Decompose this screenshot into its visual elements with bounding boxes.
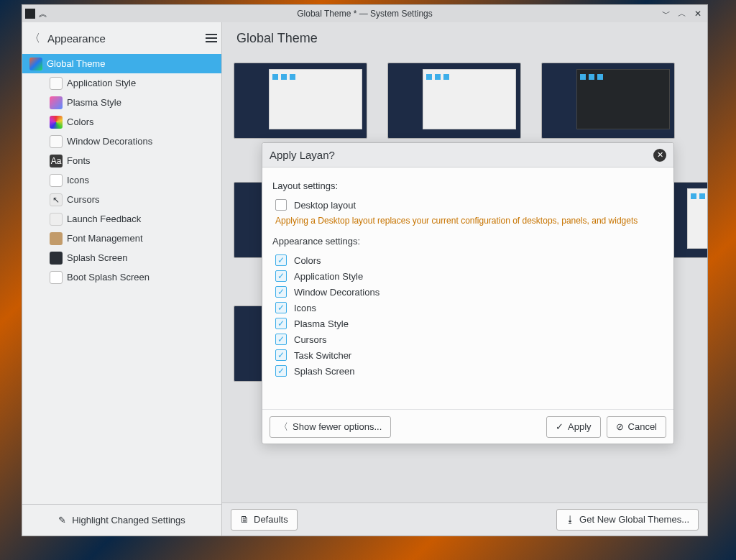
sidebar-item-label: Application Style [67,78,136,88]
desktop-layout-label: Desktop layout [294,200,356,211]
sidebar-item-label: Plasma Style [67,97,121,108]
sidebar-item-window-decorations[interactable]: Window Decorations [22,132,221,151]
theme-grid [234,63,696,139]
appearance-checkbox[interactable]: ✓ [275,365,287,377]
appearance-checkbox[interactable]: ✓ [275,302,287,313]
plasma-style-icon [50,96,63,109]
cursors-icon: ↖ [50,193,63,206]
layout-warning: Applying a Desktop layout replaces your … [275,216,663,226]
sidebar-item-label: Colors [67,116,94,127]
check-icon: ✓ [556,421,564,432]
show-fewer-label: Show fewer options... [293,421,382,432]
appearance-row: ✓Task Switcher [272,347,663,363]
appearance-label: Plasma Style [294,318,349,329]
close-window-button[interactable]: ✕ [693,9,703,19]
chevron-left-icon: 〈 [279,421,288,433]
appearance-checkbox[interactable]: ✓ [275,318,287,329]
sidebar-header: 〈 Appearance [22,22,221,54]
splash-screen-icon [50,252,63,265]
hamburger-menu[interactable] [206,34,217,42]
defaults-label: Defaults [254,514,288,525]
appearance-label: Cursors [294,334,327,345]
appearance-list: ✓Colors✓Application Style✓Window Decorat… [272,252,663,379]
appearance-label: Window Decorations [294,287,380,298]
appearance-label: Colors [294,255,321,266]
apply-label: Apply [568,421,592,432]
sidebar-item-label: Fonts [67,155,91,166]
main-footer: 🗎 Defaults ⭳ Get New Global Themes... [222,502,707,536]
theme-thumbnail[interactable] [387,63,521,139]
application-style-icon [50,77,63,90]
sidebar-item-global-theme[interactable]: Global Theme [22,54,221,73]
get-new-themes-button[interactable]: ⭳ Get New Global Themes... [556,509,699,531]
keep-above-icon[interactable]: ︽ [38,9,48,19]
appearance-row: ✓Splash Screen [272,363,663,379]
icons-icon [50,174,63,187]
window-decorations-icon [50,135,63,148]
launch-feedback-icon [50,213,63,226]
appearance-checkbox[interactable]: ✓ [275,334,287,345]
apply-button[interactable]: ✓ Apply [546,416,601,438]
appearance-label: Application Style [294,271,363,282]
titlebar: ︽ Global Theme * — System Settings ﹀ ︿ ✕ [22,5,707,22]
download-icon: ⭳ [566,514,575,525]
back-icon[interactable]: 〈 [29,32,40,45]
highlight-icon: ✎ [58,515,66,525]
sidebar-item-label: Boot Splash Screen [67,272,150,283]
sidebar-item-boot-splash[interactable]: Boot Splash Screen [22,267,221,287]
sidebar-item-icons[interactable]: Icons [22,170,221,190]
sidebar-item-colors[interactable]: Colors [22,112,221,132]
highlight-changed-button[interactable]: ✎ Highlight Changed Settings [22,504,221,536]
boot-splash-icon [50,271,63,284]
sidebar-item-splash-screen[interactable]: Splash Screen [22,248,221,267]
appearance-row: ✓Icons [272,300,663,316]
desktop-layout-row: Desktop layout [272,197,663,213]
show-fewer-button[interactable]: 〈 Show fewer options... [270,416,391,438]
sidebar-item-font-management[interactable]: Font Management [22,229,221,248]
font-management-icon [50,232,63,245]
defaults-button[interactable]: 🗎 Defaults [231,509,298,531]
sidebar-item-fonts[interactable]: Aa Fonts [22,151,221,170]
cancel-button[interactable]: ⊘ Cancel [607,416,666,438]
theme-thumbnail[interactable] [234,63,367,139]
appearance-row: ✓Plasma Style [272,316,663,331]
maximize-button[interactable]: ︿ [677,9,687,19]
desktop-layout-checkbox[interactable] [275,199,287,211]
window-title: Global Theme * — System Settings [22,9,707,19]
sidebar-item-label: Launch Feedback [67,214,141,224]
cancel-label: Cancel [628,421,657,432]
sidebar-item-label: Global Theme [47,58,105,69]
theme-thumbnail[interactable] [541,63,675,139]
appearance-label: Splash Screen [294,366,355,377]
cancel-icon: ⊘ [616,421,624,432]
minimize-button[interactable]: ﹀ [661,9,671,19]
colors-icon [50,116,63,129]
page-title: Global Theme [222,22,707,54]
sidebar-item-cursors[interactable]: ↖ Cursors [22,190,221,209]
sidebar-item-label: Icons [67,175,89,185]
appearance-row: ✓Application Style [272,268,663,284]
nav-list: Global Theme Application Style Plasma St… [22,54,221,287]
dialog-body: Layout settings: Desktop layout Applying… [262,167,673,409]
appearance-checkbox[interactable]: ✓ [275,349,287,361]
appearance-label: Task Switcher [294,350,351,361]
defaults-icon: 🗎 [240,514,249,525]
appearance-checkbox[interactable]: ✓ [275,254,287,266]
appearance-settings-heading: Appearance settings: [272,236,663,247]
window-icon [25,9,35,19]
sidebar-item-label: Cursors [67,194,100,205]
sidebar-item-application-style[interactable]: Application Style [22,73,221,93]
global-theme-icon [29,58,42,70]
dialog-title: Apply Layan? [270,149,335,161]
apply-theme-dialog: Apply Layan? ✕ Layout settings: Desktop … [262,142,674,444]
appearance-checkbox[interactable]: ✓ [275,286,287,298]
dialog-close-button[interactable]: ✕ [653,149,666,162]
appearance-label: Icons [294,303,316,313]
fonts-icon: Aa [50,155,63,167]
sidebar-item-label: Font Management [67,233,143,244]
appearance-checkbox[interactable]: ✓ [275,270,287,282]
sidebar-item-label: Window Decorations [67,136,152,147]
dialog-footer: 〈 Show fewer options... ✓ Apply ⊘ Cancel [262,409,673,444]
sidebar-item-launch-feedback[interactable]: Launch Feedback [22,209,221,229]
sidebar-item-plasma-style[interactable]: Plasma Style [22,93,221,112]
